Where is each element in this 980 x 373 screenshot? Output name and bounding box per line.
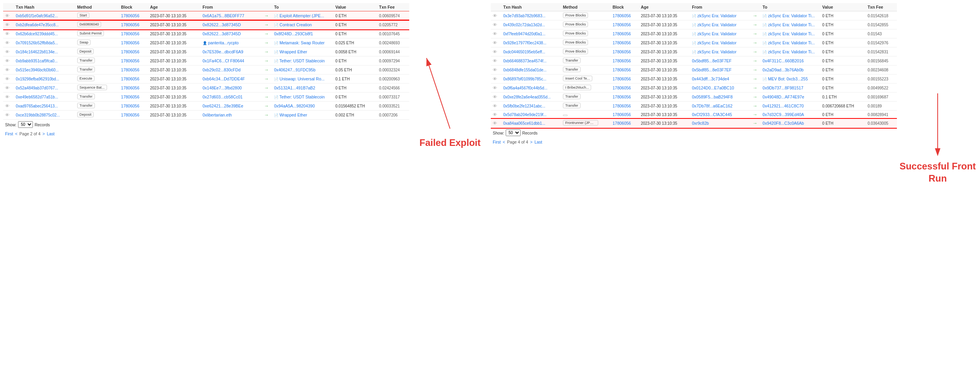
block-cell[interactable]: 17806056 [611,84,639,93]
txn-hash-cell[interactable]: 0x5d78ab204e9de219f... [501,111,561,119]
txn-hash-cell[interactable]: 0xad9765abec256413... [14,102,75,111]
to-link[interactable]: zkSync Era: Validator Ti... [768,49,815,54]
to-cell[interactable]: 📄 Tether: USDT Stablecoin [272,56,333,66]
from-link[interactable]: 0xb29c02...830cFDd [203,67,241,72]
to-link[interactable]: 0x8f248D...293Cb8f1 [274,31,313,36]
txn-hash-cell[interactable]: 0x5fb0be2fe12341abc... [501,102,561,111]
txn-hash-link[interactable]: 0x0f6a4a4567f0c44b5d... [503,86,548,90]
from-cell[interactable]: 📄 zkSync Era: Validator [690,29,750,38]
to-cell[interactable]: 📄 Contract Creation [272,20,333,29]
to-link[interactable]: Wrapped Ether [279,49,307,54]
block-cell[interactable]: 17806056 [611,75,639,84]
txn-hash-cell[interactable]: 0xb2dfea6de47e35cc8... [14,20,75,29]
block-cell[interactable]: 17806056 [119,20,148,29]
to-cell[interactable]: 0x49048D...AF74E97e [760,93,820,102]
txn-hash-link[interactable]: 0xe49eb6582d77a51b... [16,95,58,99]
txn-hash-link[interactable]: 0x5d78ab204e9de219f... [503,113,547,117]
txn-hash-link[interactable]: 0x0xe28fe2a6e4ead355d... [503,95,551,99]
txn-hash-cell[interactable]: 0x19298efba962910bd... [14,75,75,84]
txn-hash-link[interactable]: 0x184c164622b8134e... [16,50,58,54]
block-link[interactable]: 17806056 [121,13,140,18]
txn-hash-cell[interactable]: 0x7091526b52ffb8da5... [14,38,75,47]
block-link[interactable]: 17806056 [121,40,140,45]
from-cell[interactable]: 👤 panterita...rycpto [201,38,261,47]
from-link[interactable]: 0xlibertarian.eth [203,113,232,117]
to-cell[interactable]: 0x94aA5A...98204390 [272,102,333,111]
txn-hash-cell[interactable]: 0x3e7d93ab782b9683... [501,11,561,20]
to-cell[interactable]: 0x5132A1...491B7aB2 [272,84,333,93]
left-last-page[interactable]: Last [47,131,54,136]
from-cell[interactable]: 0x82622...3d87345D [201,29,261,38]
block-cell[interactable]: 17806056 [119,47,148,56]
to-link[interactable]: 0x2aD9ad...3b76Ab0b [762,67,804,72]
to-link[interactable]: MEV Bot: 0xcb3...255 [768,76,808,81]
from-cell[interactable]: 📄 zkSync Era: Validator [690,38,750,47]
from-link[interactable]: 0x443dff...3c734de4 [692,76,729,81]
block-link[interactable]: 17806056 [613,86,631,90]
from-link[interactable]: 0x82622...3d87345D [203,22,241,27]
to-link[interactable]: 0x9Db737...8F981517 [762,86,803,90]
to-link[interactable]: zkSync Era: Validator Ti... [768,31,815,36]
from-cell[interactable]: 📄 zkSync Era: Validator [690,47,750,56]
block-link[interactable]: 17806056 [121,95,140,99]
to-link[interactable]: 0x94aA5A...98204390 [274,104,315,108]
from-cell[interactable]: 0x443dff...3c734de4 [690,75,750,84]
block-cell[interactable]: 17806056 [611,102,639,111]
block-cell[interactable]: 17806056 [119,111,148,120]
txn-hash-cell[interactable]: 0x86897bf01099b785c... [501,75,561,84]
from-cell[interactable]: 0x7E539e...dbcdF6A9 [201,47,261,56]
right-last-page[interactable]: Last [534,140,542,144]
txn-hash-link[interactable]: 0xb664688373ea4574f... [503,59,547,63]
left-first-page[interactable]: First [5,131,13,136]
to-link[interactable]: 0x9420F8...C3c0A6Ab [762,121,804,126]
block-link[interactable]: 17806056 [613,95,631,99]
txn-hash-link[interactable]: 0x439c02c72da13d2d... [503,23,545,27]
from-link[interactable]: 0x0589F5...baB294F8 [692,95,733,99]
txn-hash-cell[interactable]: 0x928e17977f0ec2438... [501,38,561,47]
from-link[interactable]: 0x5bdf85...8e03F7EF [692,67,731,72]
txn-hash-link[interactable]: 0x3e7d93ab782b9683... [503,14,546,18]
to-link[interactable]: zkSync Era: Validator Ti... [768,22,815,27]
to-cell[interactable]: 0x4F311C...660B2016 [760,56,820,66]
txn-hash-link[interactable]: 0x5fb0be2fe12341abc... [503,104,545,108]
from-link[interactable]: 0x5bdf85...8e03F7EF [692,58,731,63]
to-cell[interactable]: 📄 MEV Bot: 0xcb3...255 [760,75,820,84]
from-cell[interactable]: 0x0589F5...baB294F8 [690,93,750,102]
right-first-page[interactable]: First [493,140,501,144]
block-link[interactable]: 17806056 [613,31,631,36]
txn-hash-link[interactable]: 0x515ec3946bcfd3b60... [16,68,59,72]
txn-hash-link[interactable]: 0x7091526b52ffb8da5... [16,41,58,45]
from-cell[interactable]: 📄 zkSync Era: Validator [690,11,750,20]
txn-hash-link[interactable]: 0xa84aa065ce61dbb1... [503,121,545,126]
txn-hash-cell[interactable]: 0xb6848dfe155da01de... [501,66,561,75]
txn-hash-link[interactable]: 0x19298efba962910bd... [16,77,59,81]
txn-hash-link[interactable]: 0x928e17977f0ec2438... [503,41,546,45]
block-cell[interactable]: 17806056 [611,47,639,56]
to-cell[interactable]: 0x412921...461C8C70 [760,102,820,111]
block-cell[interactable]: 17806056 [611,20,639,29]
to-cell[interactable]: 📄 zkSync Era: Validator Ti... [760,29,820,38]
block-cell[interactable]: 17806056 [611,66,639,75]
from-link[interactable]: 0xr9c82b [692,121,709,126]
from-link[interactable]: zkSync Era: Validator [697,40,737,45]
block-cell[interactable]: 17806056 [119,38,148,47]
block-cell[interactable]: 17806056 [119,75,148,84]
to-link[interactable]: Tether: USDT Stablecoin [279,58,325,63]
to-link[interactable]: Wrapped Ether [279,113,307,117]
txn-hash-cell[interactable]: 0xb664688373ea4574f... [501,56,561,66]
from-link[interactable]: 0x7E539e...dbcdF6A9 [203,49,243,54]
txn-hash-cell[interactable]: 0xa84aa065ce61dbb1... [501,119,561,128]
from-link[interactable]: zkSync Era: Validator [697,31,737,36]
to-link[interactable]: zkSync Era: Validator Ti... [768,13,815,18]
txn-hash-cell[interactable]: 0xce319bb0b28875c02... [14,111,75,120]
block-link[interactable]: 17806056 [613,104,631,108]
block-link[interactable]: 17806056 [121,67,140,72]
to-link[interactable]: Uniswap: Universal Ro... [279,76,325,81]
to-cell[interactable]: 📄 Wrapped Ether [272,47,333,56]
to-cell[interactable]: 0x8f248D...293Cb8f1 [272,29,333,38]
from-link[interactable]: zkSync Era: Validator [697,22,737,27]
block-link[interactable]: 17806056 [613,13,631,18]
txn-hash-cell[interactable]: 0xdc044650195eb5eff... [501,47,561,56]
to-link[interactable]: Exploit Attempter (JPE... [279,13,324,18]
block-cell[interactable]: 17806056 [119,84,148,93]
